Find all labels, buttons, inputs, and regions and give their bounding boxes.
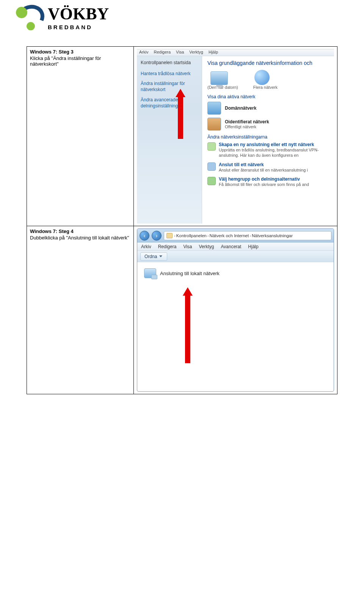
menu-item[interactable]: Visa <box>183 244 192 249</box>
connect-network-icon <box>207 162 216 171</box>
nav-forward-button[interactable]: › <box>152 231 162 241</box>
organize-label: Ordna <box>144 254 157 259</box>
step4-screenshot: ‹ › › Kontrollpanelen › Nätverk och Inte… <box>137 228 334 392</box>
breadcrumb-part[interactable]: Nätverk och Internet <box>210 233 249 238</box>
brand-name: VÖKBY <box>48 6 109 22</box>
explorer-titlebar: ‹ › › Kontrollpanelen › Nätverk och Inte… <box>137 229 334 242</box>
network-center-main: Visa grundläggande nätverksinformation o… <box>202 49 334 224</box>
step4-title: Windows 7: Steg 4 <box>30 228 130 234</box>
breadcrumb[interactable]: › Kontrollpanelen › Nätverk och Internet… <box>164 231 331 240</box>
connection-item-lan[interactable]: Anslutning till lokalt nätverk <box>144 268 327 278</box>
win7-menubar: Arkiv Redigera Visa Verktyg Hjälp <box>137 49 334 56</box>
task-desc: Upprätta en trådlös anslutning, bredband… <box>219 147 332 158</box>
step4-screenshot-cell: ‹ › › Kontrollpanelen › Nätverk och Inte… <box>134 226 337 394</box>
menu-item[interactable]: Redigera <box>158 244 177 249</box>
logo-text: VÖKBY BREDBAND <box>48 6 109 30</box>
task-new-connection[interactable]: Skapa en ny anslutning eller ett nytt nä… <box>207 142 332 158</box>
chevron-right-icon: › <box>207 233 209 238</box>
multi-network-caption: Flera nätverk <box>253 85 278 90</box>
explorer-toolbar: Ordna <box>137 251 334 262</box>
menu-item[interactable]: Hjälp <box>248 244 258 249</box>
menu-item[interactable]: Avancerat <box>221 244 242 249</box>
folder-icon <box>166 233 173 238</box>
step3-screenshot-cell: Arkiv Redigera Visa Verktyg Hjälp Kontro… <box>134 47 337 226</box>
step3-text-cell: Windows 7: Steg 3 Klicka på "Ändra instä… <box>27 47 134 226</box>
control-panel-sidebar: Kontrollpanelen startsida Hantera trådlö… <box>137 49 202 224</box>
steps-table: Windows 7: Steg 3 Klicka på "Ändra instä… <box>27 46 337 394</box>
change-settings-heading: Ändra nätverksinställningarna <box>207 134 332 140</box>
step3-title: Windows 7: Steg 3 <box>30 49 130 55</box>
brand-sub: BREDBAND <box>48 24 109 30</box>
task-homegroup[interactable]: Välj hemgrupp och delningsalternativ Få … <box>207 176 332 187</box>
sidebar-link-wireless[interactable]: Hantera trådlösa nätverk <box>141 71 198 77</box>
red-arrow-icon <box>183 287 193 363</box>
menu-item[interactable]: Arkiv <box>141 244 151 249</box>
chevron-right-icon: › <box>174 233 176 238</box>
logo-mark <box>15 5 45 30</box>
sidebar-home-link[interactable]: Kontrollpanelen startsida <box>141 60 198 65</box>
menu-item[interactable]: Hjälp <box>209 50 218 55</box>
breadcrumb-part[interactable]: Kontrollpanelen <box>176 233 207 238</box>
step4-text-cell: Windows 7: Steg 4 Dubbelklicka på "Anslu… <box>27 226 134 394</box>
red-arrow-icon <box>176 89 185 139</box>
connections-list: Anslutning till lokalt nätverk <box>137 262 334 284</box>
chevron-down-icon <box>159 255 162 257</box>
network-center-heading: Visa grundläggande nätverksinformation o… <box>207 60 332 66</box>
menu-item[interactable]: Verktyg <box>199 244 214 249</box>
menu-item[interactable]: Visa <box>176 50 184 55</box>
menu-item[interactable]: Redigera <box>154 50 171 55</box>
network-entry-unidentified[interactable]: Oidentifierat nätverk Offentligt nätverk <box>207 118 332 131</box>
network-map: (Den här datorn) Flera nätverk <box>207 70 332 90</box>
lan-connection-icon <box>144 268 156 278</box>
nav-back-button[interactable]: ‹ <box>140 231 149 241</box>
table-row: Windows 7: Steg 4 Dubbelklicka på "Anslu… <box>27 226 337 394</box>
task-title: Anslut till ett nätverk <box>219 162 264 167</box>
new-connection-icon <box>207 142 216 151</box>
computer-icon <box>210 71 228 85</box>
step3-desc: Klicka på "Ändra inställningar för nätve… <box>30 55 130 67</box>
task-desc: Få åtkomst till filer och skrivare som f… <box>219 182 309 187</box>
public-bench-icon <box>207 118 221 131</box>
server-icon <box>207 102 221 115</box>
step4-desc: Dubbelklicka på "Anslutning till lokalt … <box>30 235 130 241</box>
breadcrumb-part[interactable]: Nätverksanslutningar <box>252 233 293 238</box>
task-title: Välj hemgrupp och delningsalternativ <box>219 176 300 182</box>
sidebar-link-sharing-settings[interactable]: Ändra avancerade delningsinställningar <box>141 97 198 109</box>
change-settings-block: Ändra nätverksinställningarna Skapa en n… <box>207 134 332 187</box>
task-title: Skapa en ny anslutning eller ett nytt nä… <box>219 142 314 147</box>
task-desc: Anslut eller återanslut till en nätverks… <box>219 167 308 173</box>
step3-screenshot: Arkiv Redigera Visa Verktyg Hjälp Kontro… <box>137 49 334 224</box>
connection-label: Anslutning till lokalt nätverk <box>160 271 220 276</box>
network-entry-domain[interactable]: Domännätverk <box>207 102 332 115</box>
sidebar-link-adapter-settings[interactable]: Ändra inställningar för nätverkskort <box>141 80 198 93</box>
network-name: Oidentifierat nätverk <box>225 119 269 124</box>
task-connect-network[interactable]: Anslut till ett nätverk Anslut eller åte… <box>207 162 332 173</box>
menu-item[interactable]: Verktyg <box>189 50 203 55</box>
menu-item[interactable]: Arkiv <box>139 50 148 55</box>
active-networks-heading: Visa dina aktiva nätverk <box>207 94 332 99</box>
explorer-menubar: Arkiv Redigera Visa Verktyg Avancerat Hj… <box>137 242 334 251</box>
homegroup-icon <box>207 177 216 185</box>
network-name: Domännätverk <box>225 105 256 111</box>
network-type: Offentligt nätverk <box>225 124 269 129</box>
organize-button[interactable]: Ordna <box>140 252 167 261</box>
table-row: Windows 7: Steg 3 Klicka på "Ändra instä… <box>27 47 337 226</box>
multi-network-icon <box>254 70 270 85</box>
page-header: VÖKBY BREDBAND <box>0 0 364 33</box>
chevron-right-icon: › <box>249 233 251 238</box>
